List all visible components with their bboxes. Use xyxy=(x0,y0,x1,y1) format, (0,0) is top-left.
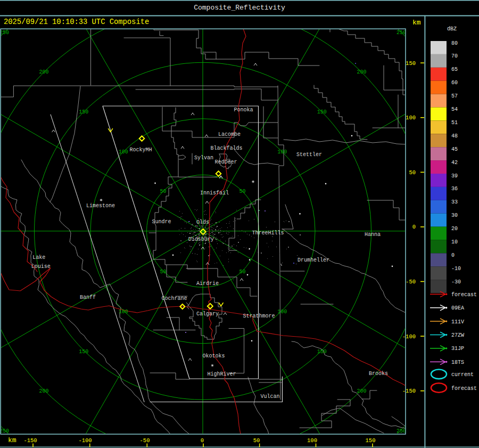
svg-text:dBZ: dBZ xyxy=(447,26,457,32)
svg-text:70: 70 xyxy=(451,53,458,59)
svg-text:50: 50 xyxy=(240,269,246,275)
svg-text:Innisfail: Innisfail xyxy=(200,190,229,196)
svg-text:200: 200 xyxy=(39,388,49,394)
svg-text:54: 54 xyxy=(451,107,458,112)
svg-text:50: 50 xyxy=(160,269,166,275)
svg-text:50: 50 xyxy=(253,437,260,444)
svg-text:0: 0 xyxy=(201,437,204,444)
svg-text:Hanna: Hanna xyxy=(365,232,381,238)
svg-text:100: 100 xyxy=(277,149,287,155)
svg-text:-50: -50 xyxy=(140,437,150,444)
svg-text:Stettler: Stettler xyxy=(296,152,322,158)
svg-text:Strathmore: Strathmore xyxy=(243,313,275,319)
svg-text:-30: -30 xyxy=(451,279,461,285)
svg-text:45: 45 xyxy=(451,146,458,152)
svg-text:forecast: forecast xyxy=(451,292,477,298)
svg-text:150: 150 xyxy=(406,60,416,67)
svg-text:-150: -150 xyxy=(23,437,37,444)
svg-text:250: 250 xyxy=(397,30,406,36)
svg-text:200: 200 xyxy=(357,69,366,75)
svg-text:50: 50 xyxy=(409,169,416,176)
svg-text:10: 10 xyxy=(451,239,458,245)
svg-text:Calgary: Calgary xyxy=(196,311,219,317)
svg-text:250: 250 xyxy=(397,428,406,434)
svg-text:Composite_Reflectivity: Composite_Reflectivity xyxy=(194,4,285,12)
svg-text:65: 65 xyxy=(451,67,458,72)
svg-text:31JP: 31JP xyxy=(451,346,464,352)
svg-text:250: 250 xyxy=(0,428,9,434)
svg-text:36: 36 xyxy=(451,186,458,192)
svg-text:Airdrie: Airdrie xyxy=(196,281,219,287)
svg-text:150: 150 xyxy=(79,349,88,355)
svg-text:Banff: Banff xyxy=(80,295,96,300)
svg-text:Lake: Lake xyxy=(32,255,45,260)
svg-text:111V: 111V xyxy=(451,319,464,325)
svg-text:27ZW: 27ZW xyxy=(451,332,464,338)
svg-text:48: 48 xyxy=(451,133,458,139)
svg-text:-100: -100 xyxy=(402,333,416,340)
svg-text:Limestone: Limestone xyxy=(86,203,115,209)
svg-text:150: 150 xyxy=(317,109,327,115)
svg-text:150: 150 xyxy=(79,109,88,115)
svg-text:100: 100 xyxy=(119,149,128,155)
svg-text:Ponoka: Ponoka xyxy=(234,107,253,113)
svg-text:150: 150 xyxy=(366,437,376,444)
svg-text:Drumheller: Drumheller xyxy=(298,257,329,263)
svg-text:Cochrane: Cochrane xyxy=(161,296,187,302)
svg-text:Sundre: Sundre xyxy=(152,219,171,225)
svg-text:RedDeer: RedDeer xyxy=(214,159,237,165)
svg-text:-50: -50 xyxy=(406,279,416,285)
svg-text:100: 100 xyxy=(277,309,287,315)
svg-text:80: 80 xyxy=(451,40,458,46)
svg-text:39: 39 xyxy=(451,173,458,179)
svg-text:-100: -100 xyxy=(78,437,92,444)
svg-text:50: 50 xyxy=(240,189,246,194)
svg-text:ThreeHills: ThreeHills xyxy=(252,230,284,236)
svg-text:Didsbury: Didsbury xyxy=(188,237,214,242)
svg-text:current: current xyxy=(451,372,474,378)
svg-text:Olds: Olds xyxy=(196,219,209,225)
svg-text:57: 57 xyxy=(451,93,458,99)
svg-text:0: 0 xyxy=(451,252,455,258)
svg-text:100: 100 xyxy=(406,115,416,121)
svg-text:200: 200 xyxy=(357,388,366,394)
svg-text:Blackfalds: Blackfalds xyxy=(210,145,242,151)
svg-text:20: 20 xyxy=(451,226,458,232)
svg-text:Okotoks: Okotoks xyxy=(202,353,225,359)
svg-text:33: 33 xyxy=(451,199,458,205)
svg-text:-10: -10 xyxy=(451,266,461,272)
svg-text:Brooks: Brooks xyxy=(369,371,388,377)
svg-text:-150: -150 xyxy=(402,388,416,394)
svg-text:2025/09/21 10:10:33 UTC Compos: 2025/09/21 10:10:33 UTC Composite xyxy=(4,18,149,26)
svg-text:09EA: 09EA xyxy=(451,305,464,311)
svg-text:18TS: 18TS xyxy=(451,360,464,365)
svg-text:42: 42 xyxy=(451,160,458,166)
svg-text:100: 100 xyxy=(119,309,128,315)
svg-text:60: 60 xyxy=(451,80,458,86)
svg-text:Louise: Louise xyxy=(31,264,51,270)
svg-text:30: 30 xyxy=(451,213,458,218)
svg-text:km: km xyxy=(412,19,421,27)
svg-text:forecast: forecast xyxy=(451,386,477,392)
svg-text:km: km xyxy=(8,436,16,444)
svg-text:HighRiver: HighRiver xyxy=(208,371,236,377)
svg-text:250: 250 xyxy=(0,30,9,36)
svg-text:50: 50 xyxy=(160,189,166,194)
svg-text:150: 150 xyxy=(317,349,327,355)
svg-text:Lacombe: Lacombe xyxy=(218,132,241,137)
svg-text:Vulcan: Vulcan xyxy=(260,394,279,400)
svg-text:200: 200 xyxy=(39,69,49,75)
svg-text:0: 0 xyxy=(412,224,416,230)
svg-text:Sylvan: Sylvan xyxy=(194,155,213,161)
svg-text:51: 51 xyxy=(451,120,458,126)
svg-text:RockyMH: RockyMH xyxy=(130,147,152,153)
svg-text:100: 100 xyxy=(307,437,317,444)
